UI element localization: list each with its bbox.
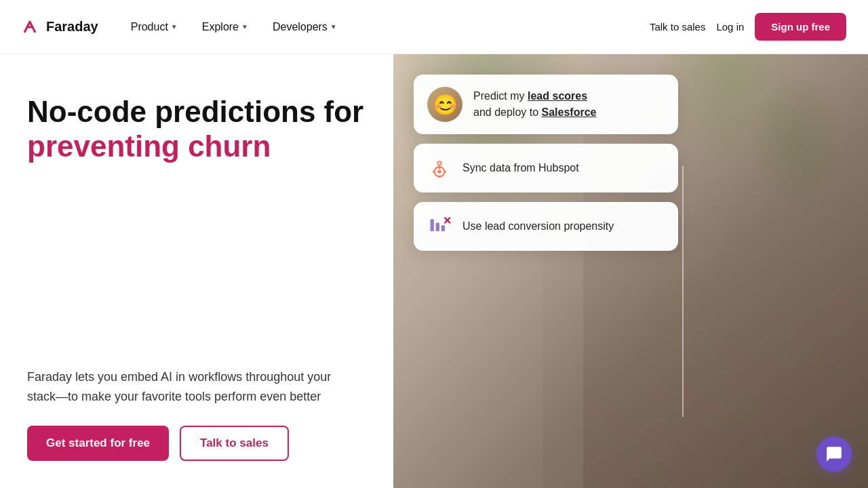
cards-container: 😊 Predict my lead scores and deploy to S… [414, 75, 678, 251]
logo[interactable]: Faraday [22, 18, 98, 37]
card-text-lead-scores: Predict my lead scores and deploy to Sal… [473, 88, 596, 121]
pipeline-icon [427, 214, 452, 239]
svg-point-4 [437, 170, 441, 174]
nav-right: Talk to sales Log in Sign up free [650, 13, 846, 41]
hubspot-icon [427, 156, 452, 180]
card-text-hubspot: Sync data from Hubspot [462, 160, 579, 176]
card-text-propensity: Use lead conversion propensity [462, 218, 614, 235]
navbar: Faraday Product ▼ Explore ▼ Developers ▼… [0, 0, 868, 54]
svg-rect-5 [439, 166, 441, 168]
chevron-down-icon: ▼ [171, 23, 178, 30]
card-propensity: Use lead conversion propensity [414, 202, 678, 251]
chat-support-button[interactable] [816, 436, 852, 472]
chevron-down-icon: ▼ [330, 23, 337, 30]
avatar: 😊 [427, 87, 462, 122]
svg-rect-8 [439, 176, 441, 178]
hero-highlight: preventing churn [27, 129, 271, 163]
svg-rect-6 [444, 171, 446, 173]
right-panel: 😊 Predict my lead scores and deploy to S… [393, 54, 868, 488]
brand-name: Faraday [46, 19, 98, 35]
sign-up-button[interactable]: Sign up free [755, 13, 846, 41]
timeline-line [682, 166, 684, 417]
nav-menu: Product ▼ Explore ▼ Developers ▼ [120, 16, 348, 39]
get-started-button[interactable]: Get started for free [27, 426, 169, 461]
svg-rect-9 [431, 219, 434, 231]
log-in-button[interactable]: Log in [716, 21, 744, 33]
hero-title: No-code predictions for preventing churn [27, 95, 366, 163]
svg-rect-7 [433, 171, 435, 173]
nav-product[interactable]: Product ▼ [120, 16, 189, 39]
chat-icon [825, 445, 843, 463]
hero-subtitle: Faraday lets you embed AI in workflows t… [27, 367, 339, 407]
main-content: No-code predictions for preventing churn… [0, 54, 868, 488]
hero-bottom: Faraday lets you embed AI in workflows t… [27, 232, 366, 461]
left-panel: No-code predictions for preventing churn… [0, 54, 393, 488]
chevron-down-icon: ▼ [241, 23, 248, 30]
hero-text: No-code predictions for preventing churn [27, 95, 366, 163]
talk-to-sales-button[interactable]: Talk to sales [180, 426, 289, 461]
svg-point-1 [438, 162, 441, 165]
svg-rect-11 [441, 225, 445, 231]
nav-developers[interactable]: Developers ▼ [262, 16, 348, 39]
card-hubspot: Sync data from Hubspot [414, 144, 678, 192]
nav-explore[interactable]: Explore ▼ [191, 16, 259, 39]
talk-to-sales-nav[interactable]: Talk to sales [650, 21, 706, 33]
card-lead-scores: 😊 Predict my lead scores and deploy to S… [414, 75, 678, 134]
svg-rect-10 [436, 223, 439, 232]
cta-buttons: Get started for free Talk to sales [27, 426, 366, 461]
logo-icon [22, 18, 41, 37]
nav-left: Faraday Product ▼ Explore ▼ Developers ▼ [22, 16, 348, 39]
